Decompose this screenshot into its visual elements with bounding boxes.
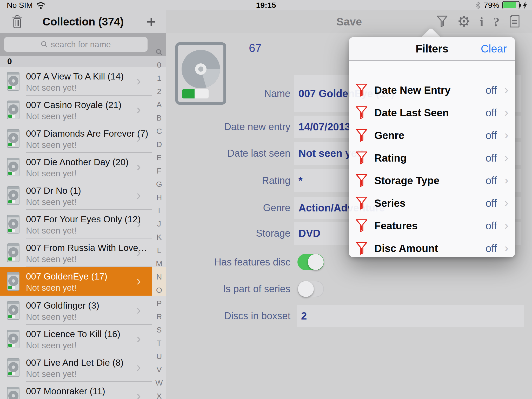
- clock: 19:15: [0, 0, 532, 10]
- chevron-right-icon: ›: [136, 244, 141, 260]
- filter-row-rating[interactable]: Rating off ›: [349, 147, 515, 169]
- chevron-right-icon: ›: [136, 273, 141, 289]
- chevron-right-icon: ›: [136, 130, 141, 146]
- chevron-right-icon: ›: [136, 102, 141, 117]
- list-item[interactable]: 007 Goldfinger (3) Not seen yet! ›: [0, 296, 152, 325]
- chevron-right-icon: ›: [136, 331, 141, 346]
- search-band: search for name: [0, 33, 166, 56]
- charging-bolt-icon: [523, 1, 527, 9]
- list-item[interactable]: 007 A View To A Kill (14) Not seen yet! …: [0, 67, 152, 96]
- settings-button[interactable]: [458, 15, 470, 29]
- is-part-of-series-toggle[interactable]: [297, 281, 324, 297]
- field-label-name: Name: [166, 75, 290, 112]
- disc-thumbnail: [7, 186, 19, 205]
- list-item[interactable]: 007 From Russia With Love… Not seen yet!…: [0, 238, 152, 267]
- split-divider: [166, 33, 166, 399]
- disc-thumbnail: [7, 129, 19, 148]
- list-item[interactable]: 007 Dr No (1) Not seen yet! ›: [0, 181, 152, 210]
- funnel-icon: [436, 15, 448, 28]
- battery-icon: [502, 1, 520, 9]
- notes-button[interactable]: [509, 15, 520, 29]
- disc-thumbnail: [7, 72, 19, 91]
- chevron-right-icon: ›: [136, 159, 141, 174]
- popover-header: Filters Clear: [349, 37, 515, 61]
- battery-percent-label: 79%: [484, 1, 499, 10]
- status-bar: No SIM 19:15 79%: [0, 0, 532, 10]
- document-icon: [509, 15, 520, 28]
- chevron-right-icon: ›: [136, 302, 141, 318]
- has-features-disc-toggle[interactable]: [297, 254, 324, 270]
- chevron-right-icon: ›: [136, 388, 141, 399]
- list-item[interactable]: 007 Diamonds Are Forever (7) Not seen ye…: [0, 124, 152, 153]
- filter-funnel-icon: [356, 219, 368, 232]
- search-input[interactable]: search for name: [4, 37, 148, 52]
- add-item-button[interactable]: +: [143, 10, 159, 33]
- sidebar-navbar: Collection (374) +: [0, 10, 166, 34]
- filter-button[interactable]: [436, 15, 448, 29]
- chevron-right-icon: ›: [504, 128, 508, 142]
- disc-thumbnail: [7, 387, 19, 399]
- collection-title: Collection (374): [0, 10, 166, 33]
- detail-navbar: Save i: [166, 10, 532, 34]
- chevron-right-icon: ›: [504, 105, 508, 119]
- disc-thumbnail: [7, 101, 19, 119]
- chevron-right-icon: ›: [504, 150, 508, 164]
- chevron-right-icon: ›: [504, 241, 508, 255]
- search-placeholder: search for name: [51, 40, 111, 49]
- gear-icon: [458, 15, 470, 28]
- filter-funnel-icon: [356, 242, 368, 255]
- disc-thumbnail: [7, 272, 19, 291]
- disc-thumbnail: [7, 158, 19, 176]
- field-label-genre: Genre: [166, 197, 290, 219]
- filter-row-features[interactable]: Features off ›: [349, 215, 515, 237]
- search-icon: [41, 41, 48, 48]
- clear-filters-button[interactable]: Clear: [481, 37, 507, 60]
- collection-list-pane: search for name 0 007 A View To A Kill (…: [0, 33, 166, 399]
- help-button[interactable]: ?: [493, 14, 500, 29]
- list-item[interactable]: 007 Casino Royale (21) Not seen yet! ›: [0, 96, 152, 124]
- field-label-discs-in-boxset: Discs in boxset: [166, 305, 290, 327]
- list-item[interactable]: 007 Licence To Kill (16) Not seen yet! ›: [0, 325, 152, 353]
- chevron-right-icon: ›: [136, 73, 141, 89]
- filter-row-date-new-entry[interactable]: Date New Entry off ›: [349, 79, 515, 102]
- list-item[interactable]: 007 Moonraker (11) Not seen yet! ›: [0, 382, 152, 399]
- chevron-right-icon: ›: [504, 218, 508, 232]
- chevron-right-icon: ›: [504, 196, 508, 210]
- filter-row-genre[interactable]: Genre off ›: [349, 124, 515, 147]
- app-screen: No SIM 19:15 79%: [0, 0, 532, 399]
- chevron-right-icon: ›: [136, 359, 141, 375]
- field-label-rating: Rating: [166, 169, 290, 192]
- entry-number: 67: [249, 42, 262, 55]
- info-button[interactable]: i: [480, 14, 483, 29]
- chevron-right-icon: ›: [136, 187, 141, 203]
- list-item-selected[interactable]: 007 GoldenEye (17) Not seen yet! ›: [0, 267, 152, 296]
- filter-row-series[interactable]: Series off ›: [349, 192, 515, 215]
- disc-thumbnail: [7, 215, 19, 234]
- filter-row-disc-amount[interactable]: Disc Amount off ›: [349, 237, 515, 257]
- field-label-storage: Storage: [166, 222, 290, 245]
- list-item[interactable]: 007 For Your Eyes Only (12) Not seen yet…: [0, 210, 152, 238]
- index-search-icon: [156, 49, 163, 56]
- field-label-date-last-seen: Date last seen: [166, 142, 290, 165]
- field-value-discs-in-boxset[interactable]: 2: [297, 305, 524, 327]
- filter-row-date-last-seen[interactable]: Date Last Seen off ›: [349, 102, 515, 124]
- chevron-right-icon: ›: [504, 83, 508, 97]
- filter-row-storage-type[interactable]: Storage Type off ›: [349, 169, 515, 192]
- filter-funnel-icon: [356, 174, 368, 187]
- chevron-right-icon: ›: [504, 173, 508, 187]
- disc-thumbnail: [7, 301, 19, 320]
- chevron-right-icon: ›: [136, 216, 141, 231]
- field-label-date-new-entry: Date new entry: [166, 116, 290, 138]
- disc-thumbnail: [7, 330, 19, 348]
- disc-thumbnail: [7, 243, 19, 262]
- filters-popover: Filters Clear Date New Entry off › Date …: [349, 37, 515, 257]
- alphabet-index[interactable]: 01 2A BC DE FG HI JK LM NO PR ST UV WX: [152, 49, 166, 399]
- list-item[interactable]: 007 Die Another Day (20) Not seen yet! ›: [0, 153, 152, 181]
- filter-funnel-icon: [356, 83, 368, 97]
- toggle-label-has-features-disc: Has features disc: [166, 251, 290, 274]
- toggle-label-is-part-of-series: Is part of series: [166, 278, 290, 300]
- list-item[interactable]: 007 Live And Let Die (8) Not seen yet! ›: [0, 353, 152, 382]
- disc-thumbnail: [7, 358, 19, 377]
- section-header: 0: [0, 56, 166, 67]
- filter-funnel-icon: [356, 196, 368, 210]
